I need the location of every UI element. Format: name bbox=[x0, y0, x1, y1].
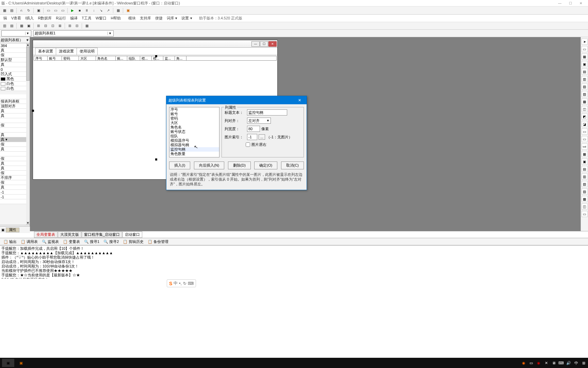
property-row[interactable]: 报表列表框 bbox=[0, 99, 30, 104]
property-row[interactable]: 假 bbox=[0, 171, 30, 175]
tray-icon[interactable]: 中 bbox=[574, 361, 578, 365]
search2-tab[interactable]: 🔍 搜寻2 bbox=[101, 239, 121, 245]
form-tab[interactable]: 使用说明 bbox=[77, 48, 98, 55]
delete-button[interactable]: 删除(D) bbox=[228, 162, 251, 169]
tool-icon[interactable]: ◪ bbox=[582, 121, 588, 127]
listbox-item[interactable]: 账号 bbox=[169, 112, 219, 116]
property-row[interactable]: 假 bbox=[0, 142, 30, 147]
run-button[interactable]: ▶ bbox=[69, 7, 76, 14]
insert-button[interactable]: 插入(I) bbox=[169, 162, 190, 169]
listbox-item[interactable]: 模拟器序号 bbox=[169, 138, 219, 143]
tool-btn[interactable]: ▣ bbox=[125, 7, 131, 14]
layout-btn[interactable]: ⊟ bbox=[43, 23, 49, 29]
backup-tab[interactable]: 📋 备份管理 bbox=[146, 239, 170, 245]
property-row[interactable]: 顶部对齐 bbox=[0, 104, 30, 109]
tool-btn[interactable]: ▤ bbox=[9, 7, 15, 14]
watch-tab[interactable]: 🔍 监视表 bbox=[40, 239, 61, 245]
tray-icon[interactable]: ◉ bbox=[536, 361, 541, 365]
property-row[interactable]: 真 bbox=[0, 113, 30, 118]
tool-icon[interactable]: ▭ bbox=[582, 46, 588, 52]
property-row[interactable]: 假 bbox=[0, 53, 30, 58]
layout-btn[interactable]: ⊞ bbox=[67, 23, 73, 29]
tool-btn[interactable]: ▭ bbox=[45, 7, 51, 14]
tool-icon[interactable]: ▭ bbox=[582, 136, 588, 142]
tool-icon[interactable]: ▥ bbox=[582, 76, 588, 82]
properties-tab[interactable]: 属性 bbox=[6, 228, 19, 232]
listbox-item[interactable]: 组队 bbox=[169, 134, 219, 138]
property-row[interactable]: -1 bbox=[0, 195, 30, 199]
tool-icon[interactable]: ◩ bbox=[582, 113, 588, 120]
layout-btn[interactable]: ▦ bbox=[18, 23, 24, 29]
tray-icon[interactable]: ⌨ bbox=[559, 361, 564, 365]
tool-icon[interactable]: ▦ bbox=[582, 53, 588, 60]
tool-icon[interactable]: vol bbox=[582, 143, 588, 150]
tool-btn[interactable]: ▭ bbox=[60, 7, 66, 14]
tool-btn[interactable]: ↻ bbox=[26, 7, 32, 14]
tool-btn[interactable]: ↗ bbox=[105, 7, 111, 14]
property-row[interactable]: 0 bbox=[0, 67, 30, 72]
form-tab[interactable]: 游戏设置 bbox=[56, 48, 77, 55]
tool-icon[interactable]: ▭ bbox=[582, 211, 588, 217]
tool-btn[interactable]: ■ bbox=[77, 7, 83, 14]
tool-icon[interactable]: ▭ bbox=[582, 128, 588, 135]
cancel-button[interactable]: 取消(C) bbox=[281, 162, 304, 169]
close-panel-icon[interactable]: × bbox=[27, 37, 29, 42]
layout-btn[interactable]: ⊡ bbox=[50, 23, 56, 29]
tray-icon[interactable]: ◉ bbox=[521, 361, 526, 365]
menu-item[interactable]: 编译 bbox=[68, 15, 80, 21]
ime-icon[interactable]: 中 bbox=[174, 280, 178, 286]
menu-item[interactable]: W窗口 bbox=[94, 15, 109, 21]
dialog-title-bar[interactable]: 超级列表框报表列设置 ✕ bbox=[166, 96, 307, 104]
form-tab[interactable]: 基本设置 bbox=[35, 48, 56, 55]
search1-tab[interactable]: 🔍 搜寻1 bbox=[82, 239, 101, 245]
tool-icon[interactable]: ▣ bbox=[582, 158, 588, 165]
listbox-item[interactable]: 序号 bbox=[169, 107, 219, 112]
combo-right[interactable]: 超级列表框1▼ bbox=[33, 30, 114, 36]
img-browse-button[interactable]: ... bbox=[259, 134, 265, 140]
volume-icon[interactable]: 🔊 bbox=[566, 361, 571, 365]
listbox-item[interactable]: 角色数量 bbox=[169, 152, 219, 156]
output-tab[interactable]: 📋 输出 bbox=[1, 239, 19, 245]
width-input[interactable] bbox=[247, 126, 260, 132]
property-row[interactable]: -1 bbox=[0, 190, 30, 195]
menu-item[interactable]: H帮助 bbox=[109, 15, 123, 21]
property-row[interactable]: 真 bbox=[0, 62, 30, 67]
property-row[interactable]: 真 bbox=[0, 147, 30, 152]
layout-btn[interactable]: ⊟ bbox=[74, 23, 80, 29]
property-row[interactable]: 假 bbox=[0, 180, 30, 185]
tool-icon[interactable]: ▨ bbox=[582, 91, 588, 97]
menu-item[interactable]: 设置 ▾ bbox=[179, 15, 194, 21]
tool-btn[interactable]: ⎌ bbox=[18, 7, 24, 14]
ime-icon[interactable]: •, bbox=[179, 281, 182, 286]
listbox-item[interactable]: 账号状态 bbox=[169, 129, 219, 134]
listbox-item[interactable]: 角色名 bbox=[169, 125, 219, 129]
form-close-button[interactable]: ✕ bbox=[268, 41, 277, 47]
tool-btn[interactable]: ▦ bbox=[1, 7, 7, 14]
layout-btn[interactable]: ▣ bbox=[26, 23, 32, 29]
pointer-tool-icon[interactable]: ➤ bbox=[582, 39, 588, 45]
property-row[interactable]: 真 bbox=[0, 166, 30, 171]
tool-btn[interactable]: ↓ bbox=[91, 7, 97, 14]
tool-btn[interactable]: ↘ bbox=[98, 7, 104, 14]
tool-icon[interactable]: ◫ bbox=[582, 106, 588, 112]
layout-btn[interactable]: ▥ bbox=[1, 23, 7, 29]
menu-item[interactable]: 便捷 bbox=[153, 15, 165, 21]
img-index-input[interactable] bbox=[247, 134, 257, 140]
tool-icon[interactable]: ▨ bbox=[582, 188, 588, 195]
ime-icon[interactable]: ⌨ bbox=[188, 281, 194, 286]
property-row[interactable]: 白色 bbox=[0, 86, 30, 91]
tray-icon[interactable]: ✕ bbox=[544, 361, 549, 365]
dialog-close-button[interactable]: ✕ bbox=[294, 97, 305, 104]
menu-item[interactable]: 支持库 bbox=[138, 15, 153, 21]
property-row[interactable] bbox=[0, 94, 30, 99]
tool-icon[interactable]: ▥ bbox=[582, 173, 588, 180]
tool-btn[interactable]: ▣ bbox=[35, 7, 42, 14]
doc-tab[interactable]: 大漠英文版 bbox=[58, 231, 81, 238]
property-row[interactable]: 真 bbox=[0, 185, 30, 190]
menu-item[interactable]: I插入 bbox=[23, 15, 36, 21]
tool-icon[interactable]: ▣ bbox=[582, 61, 588, 67]
title-input[interactable] bbox=[247, 109, 287, 116]
property-row[interactable]: 不排序 bbox=[0, 175, 30, 180]
menu-item[interactable]: V查看 bbox=[9, 15, 23, 21]
menu-item[interactable]: T工具 bbox=[80, 15, 94, 21]
